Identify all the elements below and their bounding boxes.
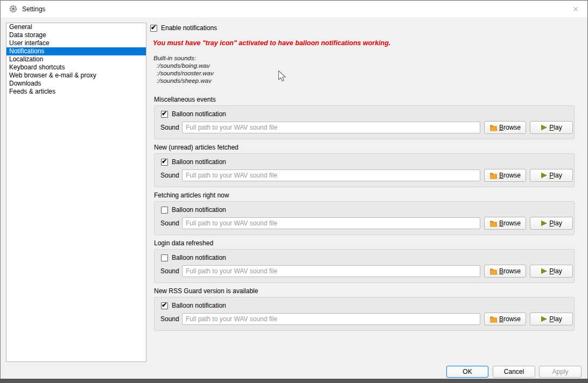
- tray-icon-warning: You must have "tray icon" activated to h…: [153, 39, 390, 47]
- balloon-notification-label: Balloon notification: [172, 302, 226, 309]
- ok-button[interactable]: OK: [446, 366, 488, 378]
- browse-button[interactable]: Browse: [484, 265, 526, 278]
- balloon-notification-checkbox[interactable]: [161, 302, 168, 309]
- play-label: Play: [549, 219, 562, 227]
- builtin-sound-path: :/sounds/boing.wav: [157, 62, 214, 69]
- sidebar-item-notifications[interactable]: Notifications: [6, 47, 146, 55]
- notification-section: New (unread) articles fetched Balloon no…: [154, 144, 575, 187]
- section-box: Balloon notification Sound Browse Play: [154, 249, 575, 283]
- sidebar-item-general[interactable]: General: [6, 23, 146, 31]
- balloon-notification-row[interactable]: Balloon notification: [161, 254, 226, 261]
- balloon-notification-checkbox[interactable]: [161, 111, 168, 118]
- builtin-sounds-block: Built-in sounds: :/sounds/boing.wav :/so…: [153, 54, 214, 84]
- sound-label: Sound: [160, 315, 179, 323]
- folder-icon: [489, 172, 498, 179]
- settings-window: Settings ✕ General Data storage User int…: [0, 0, 588, 379]
- section-title: New (unread) articles fetched: [154, 144, 575, 151]
- balloon-notification-row[interactable]: Balloon notification: [161, 158, 226, 166]
- enable-notifications-row[interactable]: Enable notifications: [150, 24, 217, 32]
- balloon-notification-label: Balloon notification: [172, 206, 226, 214]
- section-box: Balloon notification Sound Browse Play: [154, 105, 575, 139]
- browse-button[interactable]: Browse: [484, 217, 526, 230]
- enable-notifications-checkbox[interactable]: [150, 25, 157, 32]
- enable-notifications-label: Enable notifications: [161, 24, 217, 32]
- play-button[interactable]: Play: [530, 217, 573, 230]
- play-label: Play: [549, 267, 562, 275]
- sound-row: Sound Browse Play: [160, 217, 573, 230]
- sound-row: Sound Browse Play: [160, 121, 573, 134]
- folder-icon: [489, 268, 498, 275]
- section-title: New RSS Guard version is available: [154, 287, 575, 295]
- section-box: Balloon notification Sound Browse Play: [154, 201, 575, 235]
- browse-button[interactable]: Browse: [484, 121, 526, 134]
- sidebar-item-feeds-articles[interactable]: Feeds & articles: [6, 88, 146, 96]
- close-icon[interactable]: ✕: [572, 5, 579, 13]
- sidebar-item-label: Notifications: [9, 47, 44, 55]
- play-button[interactable]: Play: [530, 265, 573, 278]
- sound-label: Sound: [160, 267, 179, 275]
- balloon-notification-checkbox[interactable]: [161, 207, 168, 214]
- sidebar-item-label: Data storage: [9, 31, 46, 39]
- play-icon: [541, 172, 548, 179]
- play-button[interactable]: Play: [530, 313, 573, 325]
- sound-label: Sound: [160, 124, 179, 131]
- balloon-notification-checkbox[interactable]: [161, 254, 168, 261]
- section-title: Miscellaneous events: [154, 96, 575, 103]
- sound-path-input[interactable]: [182, 217, 480, 229]
- builtin-sound-path: :/sounds/sheep.wav: [157, 77, 214, 84]
- section-title: Fetching articles right now: [154, 191, 575, 199]
- play-icon: [541, 268, 548, 274]
- window-title: Settings: [22, 5, 45, 13]
- cancel-button[interactable]: Cancel: [493, 366, 535, 378]
- sidebar-item-label: Web browser & e-mail & proxy: [9, 72, 96, 79]
- balloon-notification-row[interactable]: Balloon notification: [161, 302, 226, 309]
- sound-label: Sound: [160, 172, 179, 179]
- play-button[interactable]: Play: [530, 169, 573, 182]
- browse-label: Browse: [499, 124, 521, 131]
- sidebar-item-localization[interactable]: Localization: [6, 55, 146, 63]
- sidebar-item-downloads[interactable]: Downloads: [6, 80, 146, 88]
- notification-sections: Miscellaneous events Balloon notificatio…: [154, 96, 575, 335]
- section-title: Login data refreshed: [154, 239, 575, 247]
- sidebar-item-web-browser-e-mail-proxy[interactable]: Web browser & e-mail & proxy: [6, 72, 146, 80]
- browse-label: Browse: [499, 219, 521, 227]
- play-label: Play: [549, 172, 562, 179]
- play-icon: [541, 220, 548, 226]
- sidebar-item-label: Downloads: [9, 80, 41, 87]
- sound-path-input[interactable]: [182, 122, 480, 133]
- notification-section: Miscellaneous events Balloon notificatio…: [154, 96, 575, 139]
- play-label: Play: [549, 315, 562, 323]
- sound-path-input[interactable]: [182, 169, 480, 181]
- sound-path-input[interactable]: [182, 265, 480, 277]
- sidebar-item-user-interface[interactable]: User interface: [6, 39, 146, 47]
- apply-button[interactable]: Apply: [539, 366, 582, 378]
- sound-label: Sound: [160, 219, 179, 227]
- sidebar-item-label: Localization: [9, 55, 43, 63]
- sidebar-item-label: Keyboard shortcuts: [9, 63, 65, 71]
- section-box: Balloon notification Sound Browse Play: [154, 297, 575, 331]
- play-icon: [541, 124, 548, 131]
- builtin-sound-path: :/sounds/rooster.wav: [157, 69, 214, 77]
- sidebar-item-data-storage[interactable]: Data storage: [6, 31, 146, 39]
- titlebar[interactable]: Settings ✕: [1, 1, 587, 17]
- sidebar-item-label: Feeds & articles: [9, 88, 55, 95]
- balloon-notification-checkbox[interactable]: [161, 159, 168, 166]
- browse-label: Browse: [499, 172, 521, 179]
- settings-category-list: General Data storage User interface Noti…: [6, 23, 146, 362]
- sidebar-item-label: General: [9, 23, 32, 31]
- sound-row: Sound Browse Play: [160, 313, 573, 325]
- balloon-notification-label: Balloon notification: [172, 110, 226, 118]
- settings-icon: [9, 5, 17, 13]
- folder-icon: [489, 316, 498, 323]
- browse-button[interactable]: Browse: [484, 169, 526, 182]
- play-label: Play: [549, 124, 562, 131]
- balloon-notification-row[interactable]: Balloon notification: [161, 206, 226, 214]
- sound-path-input[interactable]: [182, 313, 480, 325]
- balloon-notification-label: Balloon notification: [172, 254, 226, 261]
- browse-button[interactable]: Browse: [484, 313, 526, 325]
- balloon-notification-row[interactable]: Balloon notification: [161, 110, 226, 118]
- play-button[interactable]: Play: [530, 121, 573, 134]
- sidebar-item-keyboard-shortcuts[interactable]: Keyboard shortcuts: [6, 63, 146, 72]
- sound-row: Sound Browse Play: [160, 169, 573, 182]
- notification-section: Login data refreshed Balloon notificatio…: [154, 239, 575, 283]
